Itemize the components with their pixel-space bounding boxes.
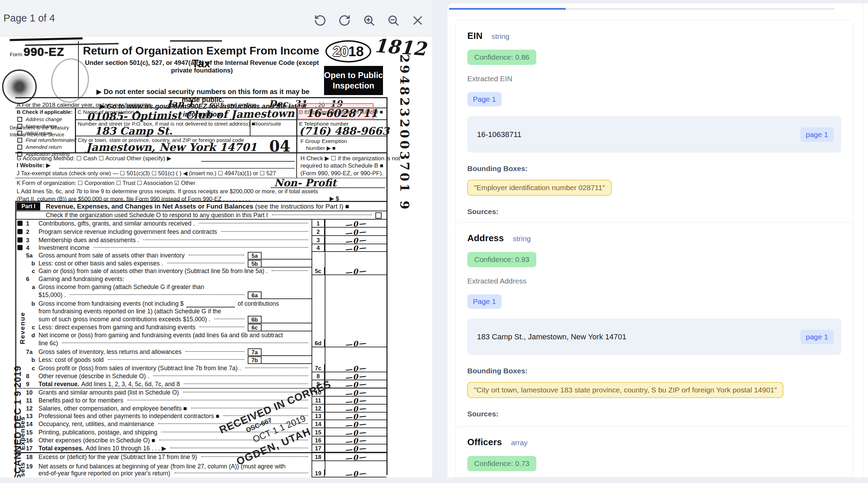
b-item-label: Name change xyxy=(26,124,57,129)
panel-scrollbar[interactable] xyxy=(863,3,868,477)
form-line: line 6c)6d—0— xyxy=(26,339,386,347)
b-checkbox-list: Address change Name change Initial retur… xyxy=(17,116,76,158)
form-line: cLess: direct expenses from gaming and f… xyxy=(26,323,386,331)
rotate-ccw-button[interactable] xyxy=(313,13,328,28)
form-line: cGain or (loss) from sale of assets othe… xyxy=(26,267,386,275)
form-line: 9Total revenue.Add lines 1, 2, 3, 4, 5c,… xyxy=(26,380,386,388)
field-type-badge: array xyxy=(511,439,528,447)
form-line: 3Membership dues and assessments .3—0— xyxy=(26,236,386,244)
rotate-cw-button[interactable] xyxy=(337,13,352,28)
scanned-date-stamp: SCANNED DEC 1 9 2019 xyxy=(12,365,23,477)
part1-title-bold: Revenue, Expenses, and Changes in Net As… xyxy=(46,203,253,210)
field-card-ein: EIN string Confidence: 0.86 Extracted EI… xyxy=(455,20,853,227)
form-number: 990-EZ xyxy=(24,45,65,59)
year-badge: 20 18 xyxy=(325,40,371,62)
form-line: end-of-year figure reported on prior yea… xyxy=(26,469,386,477)
checkbox-icon xyxy=(375,212,382,219)
scanned-document-page: Form 990-EZ Return of Organization Exemp… xyxy=(0,36,432,477)
form-line: 8Other revenue (describe in Schedule O) … xyxy=(26,372,386,380)
field-tag-icon xyxy=(17,237,23,243)
form-line: cGross profit or (loss) from sales of in… xyxy=(26,364,386,372)
form-line: from fundraising events reported on line… xyxy=(26,307,386,315)
sources-label: Sources: xyxy=(467,410,841,418)
form-line: 17Total expenses.Add lines 10 through 16… xyxy=(26,444,386,452)
form-line: 6Gaming and fundraising events: xyxy=(26,275,386,283)
bounding-box-chip[interactable]: "Employer identification number 028711" xyxy=(467,180,612,196)
year-outline: 20 xyxy=(333,44,349,59)
extraction-panel: EIN string Confidence: 0.86 Extracted EI… xyxy=(448,3,868,477)
scan-smudge xyxy=(170,40,222,42)
app-root: Page 1 of 4 xyxy=(0,0,868,483)
b-header: B Check if applicable: xyxy=(17,109,73,115)
close-icon xyxy=(411,23,424,28)
checkbox-icon xyxy=(17,145,22,150)
extracted-value-box: 183 Camp St., Jamestown, New York 14701 … xyxy=(467,319,841,355)
part1-title: Revenue, Expenses, and Changes in Net As… xyxy=(46,203,349,210)
sources-label: Sources: xyxy=(467,207,841,216)
extracted-value: 183 Camp St., Jamestown, New York 14701 xyxy=(477,332,626,341)
f-label1: F Group Exemption xyxy=(300,138,347,144)
viewer-header: Page 1 of 4 xyxy=(0,0,432,36)
zoom-in-button[interactable] xyxy=(361,13,377,28)
i-blank-line xyxy=(59,168,295,169)
zoom-out-icon xyxy=(387,23,400,28)
field-name: EIN xyxy=(467,31,483,41)
side-label-revenue: Revenue xyxy=(19,312,26,344)
j-line: J Tax-exempt status (check only one) — ☐… xyxy=(17,170,276,177)
part1-badge: Part I xyxy=(17,202,40,210)
field-tag-icon xyxy=(17,221,23,226)
form-line: 18Excess or (deficit) for the year (Subt… xyxy=(26,453,386,461)
b-item-label: Initial return xyxy=(26,130,52,136)
rotate-cw-icon xyxy=(338,23,351,28)
g-blank-line xyxy=(201,161,295,162)
progress-bar xyxy=(449,8,566,10)
scan-smudge xyxy=(10,37,83,41)
form-line: 1Contributions, gifts, grants, and simil… xyxy=(26,220,386,228)
form-line: dNet income or (loss) from gaming and fu… xyxy=(26,331,386,339)
year-bold: 18 xyxy=(348,44,364,59)
h-line3: (Form 990, 990-EZ, or 990-PF). xyxy=(300,170,383,177)
form-990ez: Form 990-EZ Return of Organization Exemp… xyxy=(7,39,427,475)
page-badge[interactable]: Page 1 xyxy=(467,92,502,107)
form-line: aGross income from gaming (attach Schedu… xyxy=(26,283,386,291)
close-button[interactable] xyxy=(410,13,425,28)
confidence-badge: Confidence: 0.86 xyxy=(467,50,536,65)
checkbox-icon xyxy=(17,131,22,136)
value-page-badge[interactable]: page 1 xyxy=(800,330,834,344)
page-badge[interactable]: Page 1 xyxy=(467,294,502,309)
form-word: Form xyxy=(10,51,22,58)
form-line: 15Printing, publications, postage, and s… xyxy=(26,429,386,437)
extracted-value-box: 16-10638711 page 1 xyxy=(467,116,841,153)
rotate-ccw-icon xyxy=(314,23,326,28)
part1-title-rest: (see the instructions for Part I) ■ xyxy=(255,203,349,210)
field-card-address: Address string Confidence: 0.93 Extracte… xyxy=(455,222,853,429)
handwritten-dln-number: 2948232003701 9 xyxy=(398,54,412,211)
checkbox-icon xyxy=(17,117,22,122)
b-item-label: Final return/terminated xyxy=(26,137,76,143)
form-line: bLess: cost of goods sold7b xyxy=(26,356,386,364)
l-line1: L Add lines 5b, 6c, and 7b to line 9 to … xyxy=(17,188,318,195)
bounding-boxes-label: Bounding Boxes: xyxy=(467,164,841,173)
confidence-badge: Confidence: 0.93 xyxy=(467,252,536,267)
field-type-badge: string xyxy=(492,32,509,41)
checkbox-icon xyxy=(17,138,22,143)
part1-check-line: Check if the organization used Schedule … xyxy=(46,212,386,219)
extracted-value: 16-10638711 xyxy=(477,130,521,139)
bounding-box-chip[interactable]: "City ort town, lamestouve 183 state pro… xyxy=(467,382,783,398)
handwritten-street: 183 Camp St. xyxy=(94,125,173,137)
h-line1: H Check ▶ ☐ if the organization is not xyxy=(300,155,400,162)
extracted-label: Extracted Address xyxy=(467,277,841,285)
field-type-badge: string xyxy=(513,235,530,243)
zoom-out-button[interactable] xyxy=(386,13,401,28)
confidence-badge: Confidence: 0.73 xyxy=(467,456,536,471)
checkbox-icon xyxy=(17,124,22,129)
open-to-public-box: Open to Public Inspection xyxy=(324,66,383,95)
form-line: bGross income from fundraising events (n… xyxy=(26,300,386,308)
open-to-public-line2: Inspection xyxy=(333,80,374,91)
open-to-public-line1: Open to Public xyxy=(324,70,383,80)
form-line: bLess: cost or other basis and sales exp… xyxy=(26,260,386,268)
field-tag-icon xyxy=(17,229,23,234)
value-page-badge[interactable]: page 1 xyxy=(800,127,834,142)
form-subtitle: Under section 501(c), 527, or 4947(a)(1)… xyxy=(80,59,323,74)
field-name: Officers xyxy=(467,437,502,448)
